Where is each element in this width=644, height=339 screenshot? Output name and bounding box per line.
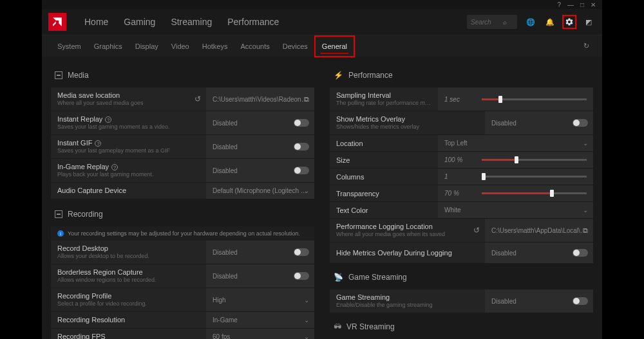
size-value: 100 %	[438, 152, 475, 168]
web-icon[interactable]: 🌐	[524, 15, 538, 29]
record-desktop-toggle[interactable]	[294, 248, 309, 256]
close-button[interactable]: ✕	[591, 1, 596, 8]
overlay-toggle[interactable]	[573, 119, 588, 127]
tab-devices[interactable]: Devices	[276, 35, 314, 57]
columns-label: Columns	[330, 169, 438, 185]
transparency-label: Transparency	[330, 185, 438, 201]
gamestream-value[interactable]: Disabled	[485, 289, 593, 313]
ingame-replay-value[interactable]: Disabled	[206, 159, 314, 182]
search-input[interactable]	[471, 19, 503, 26]
columns-slider[interactable]	[475, 169, 593, 185]
section-gamestream[interactable]: 📡 Game Streaming	[330, 264, 593, 289]
chevron-down-icon: ⌄	[304, 187, 309, 194]
record-desktop-value[interactable]: Disabled	[206, 241, 314, 264]
help-icon[interactable]: ?	[95, 140, 101, 147]
reset-icon[interactable]: ↺	[194, 95, 201, 104]
recording-resolution-value[interactable]: In-Game ⌄	[206, 312, 314, 328]
tab-accounts[interactable]: Accounts	[234, 35, 276, 57]
nav-home[interactable]: Home	[77, 9, 116, 35]
recording-profile-value[interactable]: High ⌄	[206, 288, 314, 311]
section-vrstream-title: VR Streaming	[346, 322, 395, 331]
copy-icon[interactable]: ⧉	[583, 226, 588, 235]
help-icon[interactable]: ?	[557, 1, 561, 8]
panel-icon[interactable]: ◩	[582, 15, 596, 29]
chevron-down-icon: ⌄	[583, 206, 588, 214]
bolt-icon: ⚡	[334, 71, 343, 80]
help-icon[interactable]: ?	[105, 116, 111, 123]
hidemetrics-value[interactable]: Disabled	[485, 243, 593, 263]
gamestream-toggle[interactable]	[573, 297, 588, 305]
tab-hotkeys[interactable]: Hotkeys	[196, 35, 234, 57]
amd-logo	[48, 13, 66, 31]
logloc-value[interactable]: C:\Users\matth\AppData\Local\AMD\CN ⧉	[485, 219, 593, 242]
section-performance[interactable]: ⚡ Performance	[330, 66, 593, 87]
reset-icon[interactable]: ↺	[473, 226, 480, 235]
size-slider[interactable]	[475, 152, 593, 168]
overlay-label: Show Metrics Overlay Shows/hides the met…	[330, 111, 485, 134]
vr-icon: 🕶	[334, 322, 341, 331]
copy-icon[interactable]: ⧉	[304, 95, 309, 104]
stream-icon: 📡	[334, 273, 343, 282]
sampling-label: Sampling Interval The polling rate for p…	[330, 87, 438, 111]
instant-gif-value[interactable]: Disabled	[206, 135, 314, 158]
section-recording[interactable]: Recording	[51, 199, 314, 226]
columns-value: 1	[438, 169, 475, 185]
search-icon: ⌕	[503, 19, 507, 26]
refresh-icon[interactable]: ↻	[580, 42, 593, 50]
search-box[interactable]: ⌕	[467, 15, 517, 29]
borderless-label: Borderless Region Capture Allows window …	[51, 264, 206, 288]
chevron-down-icon: ⌄	[304, 333, 309, 339]
nav-streaming[interactable]: Streaming	[163, 9, 220, 35]
recording-fps-label: Recording FPS	[51, 329, 206, 339]
chevron-down-icon: ⌄	[304, 316, 309, 324]
audio-capture-value[interactable]: Default (Microphone (Logitech G933 Gamin…	[206, 183, 314, 199]
recording-resolution-label: Recording Resolution	[51, 312, 206, 328]
transparency-slider[interactable]	[475, 185, 593, 201]
gamestream-label: Game Streaming Enable/Disable the gaming…	[330, 289, 485, 313]
chevron-down-icon: ⌄	[583, 140, 588, 147]
record-desktop-label: Record Desktop Allows your desktop to be…	[51, 241, 206, 264]
recording-profile-label: Recording Profile Select a profile for v…	[51, 288, 206, 311]
tab-video[interactable]: Video	[165, 35, 196, 57]
chevron-down-icon: ⌄	[304, 297, 309, 304]
audio-capture-label: Audio Capture Device	[51, 183, 206, 199]
maximize-button[interactable]: □	[580, 1, 584, 8]
borderless-value[interactable]: Disabled	[206, 264, 314, 288]
tab-display[interactable]: Display	[129, 35, 165, 57]
collapse-icon	[55, 210, 62, 218]
overlay-value[interactable]: Disabled	[485, 111, 593, 134]
media-save-value[interactable]: C:\Users\matth\Videos\Radeon ReLive ⧉	[206, 87, 314, 111]
sampling-slider[interactable]	[475, 87, 593, 111]
help-icon[interactable]: ?	[111, 164, 118, 170]
nav-performance[interactable]: Performance	[220, 9, 287, 35]
instant-gif-toggle[interactable]	[294, 143, 309, 151]
borderless-toggle[interactable]	[294, 272, 309, 280]
info-icon: i	[57, 230, 64, 237]
instant-replay-value[interactable]: Disabled	[206, 111, 314, 134]
instant-replay-toggle[interactable]	[294, 119, 309, 127]
bell-icon[interactable]: 🔔	[543, 15, 557, 29]
tab-graphics[interactable]: Graphics	[88, 35, 129, 57]
ingame-replay-label: In-Game Replay? Plays back your last gam…	[51, 159, 206, 182]
transparency-value: 70 %	[438, 185, 475, 201]
tab-system[interactable]: System	[51, 35, 88, 57]
tab-general[interactable]: General	[314, 35, 355, 57]
textcolor-value[interactable]: White ⌄	[438, 202, 593, 218]
section-vrstream[interactable]: 🕶 VR Streaming	[330, 313, 593, 339]
location-label: Location	[330, 135, 438, 151]
location-value[interactable]: Top Left ⌄	[438, 135, 593, 151]
ingame-replay-toggle[interactable]	[294, 167, 309, 174]
instant-gif-label: Instant GIF? Saves your last gameplay mo…	[51, 135, 206, 158]
gear-icon[interactable]	[562, 15, 576, 29]
hidemetrics-toggle[interactable]	[573, 249, 588, 257]
minimize-button[interactable]: —	[567, 1, 574, 8]
section-media[interactable]: Media	[51, 66, 314, 87]
size-label: Size	[330, 152, 438, 168]
recording-fps-value[interactable]: 60 fps ⌄	[206, 329, 314, 339]
hidemetrics-label: Hide Metrics Overlay During Logging	[330, 243, 485, 263]
textcolor-label: Text Color	[330, 202, 438, 218]
section-media-title: Media	[68, 71, 89, 80]
section-gamestream-title: Game Streaming	[348, 273, 407, 282]
section-recording-title: Recording	[68, 210, 103, 219]
nav-gaming[interactable]: Gaming	[116, 9, 163, 35]
